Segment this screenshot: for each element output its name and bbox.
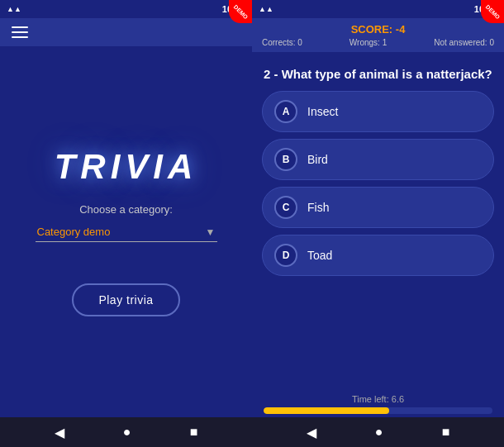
wrongs-label: Wrongs: 1 <box>349 38 387 47</box>
score-title: SCORE: -4 <box>262 23 494 36</box>
answer-text-a: Insect <box>307 105 338 118</box>
app-title: TRIVIA <box>55 147 198 187</box>
right-recent-button[interactable]: ■ <box>442 425 450 440</box>
not-answered-label: Not answered: 0 <box>434 38 494 47</box>
category-dropdown[interactable]: Category demo ▼ <box>36 222 217 242</box>
answer-letter-a: A <box>274 100 297 123</box>
score-bar: SCORE: -4 Corrects: 0 Wrongs: 1 Not answ… <box>252 18 504 52</box>
left-home-button[interactable]: ● <box>123 425 131 440</box>
timer-bar-fill <box>264 407 389 414</box>
left-panel: DEMO ▲▲ 10:16 TRIVIA Choose a category: … <box>0 0 252 447</box>
right-notch-text: DEMO <box>484 3 501 20</box>
answer-letter-d: D <box>274 244 297 267</box>
question-text: 2 - What type of animal is a natterjack? <box>252 52 504 91</box>
answer-item-c[interactable]: C Fish <box>262 187 494 228</box>
left-top-bar <box>0 18 252 46</box>
answer-text-d: Toad <box>307 249 332 262</box>
left-nav-bar: ◀ ● ■ <box>0 417 252 447</box>
right-signal-icon: ▲▲ <box>259 5 273 13</box>
right-notch-badge: DEMO <box>481 0 504 23</box>
right-status-bar: ▲▲ 10:17 <box>252 0 504 18</box>
answer-item-b[interactable]: B Bird <box>262 139 494 180</box>
answer-item-d[interactable]: D Toad <box>262 235 494 276</box>
right-home-button[interactable]: ● <box>375 425 383 440</box>
answer-text-b: Bird <box>307 153 328 166</box>
left-recent-button[interactable]: ■ <box>190 425 198 440</box>
dropdown-arrow-icon: ▼ <box>206 226 216 238</box>
left-content: TRIVIA Choose a category: Category demo … <box>0 46 252 417</box>
answer-letter-b: B <box>274 148 297 171</box>
timer-bar-background <box>264 407 492 414</box>
timer-section: Time left: 6.6 <box>252 388 504 417</box>
left-back-button[interactable]: ◀ <box>55 425 64 440</box>
category-section: Choose a category: Category demo ▼ <box>36 203 217 242</box>
score-details: Corrects: 0 Wrongs: 1 Not answered: 0 <box>262 38 494 47</box>
category-label: Choose a category: <box>79 203 173 216</box>
left-status-icons: ▲▲ <box>7 5 21 13</box>
right-status-icons: ▲▲ <box>259 5 273 13</box>
play-trivia-button[interactable]: Play trivia <box>72 283 179 316</box>
right-panel: DEMO ▲▲ 10:17 SCORE: -4 Corrects: 0 Wron… <box>252 0 504 447</box>
hamburger-menu[interactable] <box>12 26 28 38</box>
left-notch-text: DEMO <box>232 3 249 20</box>
answer-letter-c: C <box>274 196 297 219</box>
right-nav-bar: ◀ ● ■ <box>252 417 504 447</box>
answer-text-c: Fish <box>307 201 329 214</box>
corrects-label: Corrects: 0 <box>262 38 302 47</box>
left-notch-badge: DEMO <box>229 0 252 23</box>
answer-item-a[interactable]: A Insect <box>262 91 494 132</box>
answers-list: A Insect B Bird C Fish D Toad <box>252 91 504 388</box>
category-selected-value: Category demo <box>37 226 111 238</box>
left-signal-icon: ▲▲ <box>7 5 21 13</box>
left-status-bar: ▲▲ 10:16 <box>0 0 252 18</box>
right-back-button[interactable]: ◀ <box>307 425 316 440</box>
timer-label: Time left: 6.6 <box>264 394 492 404</box>
